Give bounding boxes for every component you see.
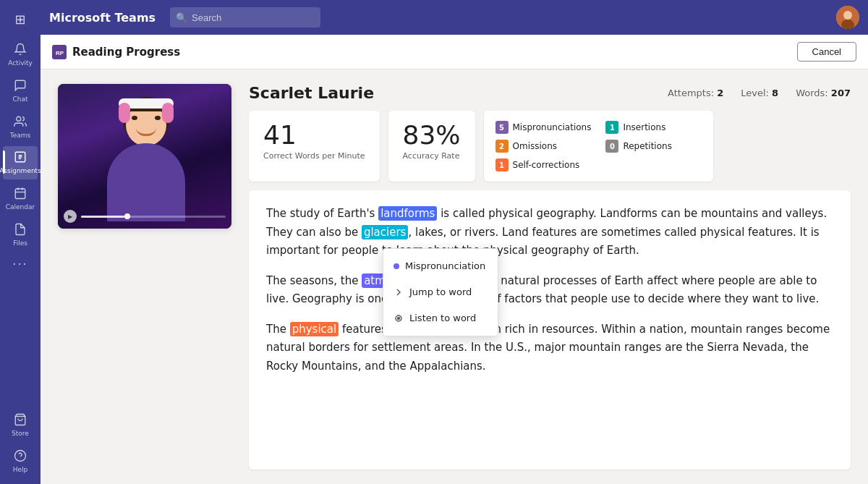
topbar-right (836, 6, 859, 29)
sidebar-item-more[interactable]: ··· (3, 255, 38, 275)
sidebar-label-assignments: Assignments (0, 167, 41, 175)
attempts-stat: Attempts: 2 (668, 88, 723, 98)
badge-repetitions: 0 (605, 140, 618, 153)
sidebar-label-help: Help (13, 466, 28, 474)
accuracy-label: Accuracy Rate (403, 151, 461, 161)
sidebar-label-teams: Teams (10, 132, 30, 140)
context-menu-mispronunciation[interactable]: Mispronunciation (383, 253, 498, 279)
cwpm-label: Correct Words per Minute (263, 151, 365, 161)
error-self-corrections: 1 Self-corrections (495, 158, 592, 171)
video-bg (58, 84, 231, 229)
context-menu: Mispronunciation Jump to word (383, 248, 498, 336)
right-panel: Scarlet Laurie Attempts: 2 Level: 8 Word… (249, 84, 851, 470)
sidebar-item-calendar[interactable]: Calendar (3, 182, 38, 216)
word-landforms[interactable]: landforms (378, 206, 437, 221)
search-wrapper: 🔍 (170, 7, 517, 27)
errors-card: 5 Mispronunciations 1 Insertions 2 Omiss… (484, 111, 714, 182)
video-progress-dot (124, 213, 130, 219)
accuracy-value: 83% (403, 122, 461, 148)
left-panel: ▶ (58, 84, 231, 470)
accuracy-card: 83% Accuracy Rate (388, 111, 475, 182)
avatar[interactable] (836, 6, 859, 29)
sidebar-item-help[interactable]: Help (3, 445, 38, 478)
sidebar-label-chat: Chat (12, 95, 27, 103)
listen-icon (393, 313, 404, 323)
sidebar-item-files[interactable]: Files (3, 218, 38, 252)
sidebar-label-store: Store (12, 430, 29, 438)
content-header: RP Reading Progress Cancel (41, 35, 868, 69)
store-icon (14, 413, 27, 428)
badge-omissions: 2 (495, 140, 509, 153)
svg-point-10 (843, 11, 852, 20)
error-mispronunciations: 5 Mispronunciations (495, 121, 592, 134)
sidebar-item-assignments[interactable]: Assignments (3, 146, 38, 179)
level-stat: Level: 8 (741, 88, 778, 98)
svg-point-15 (398, 318, 400, 320)
main-content: Microsoft Teams 🔍 RP Reading Progress Ca… (41, 0, 868, 484)
sidebar: ⊞ Activity Chat Teams (0, 0, 41, 484)
svg-point-0 (17, 116, 21, 121)
rp-icon: RP (52, 45, 67, 59)
svg-rect-2 (15, 189, 25, 199)
paragraph-3: The physical features of a region are of… (266, 320, 833, 376)
cwpm-card: 41 Correct Words per Minute (249, 111, 380, 182)
svg-point-7 (15, 451, 26, 462)
sidebar-item-store[interactable]: Store (3, 409, 38, 442)
badge-mispronunciations: 5 (495, 121, 509, 134)
app-title: Microsoft Teams (49, 11, 156, 25)
badge-insertions: 1 (605, 121, 618, 134)
chat-icon (14, 79, 27, 94)
context-menu-listen[interactable]: Listen to word (383, 305, 498, 331)
topbar: Microsoft Teams 🔍 (41, 0, 868, 35)
mispronunciation-dot (393, 263, 399, 269)
sidebar-item-activity[interactable]: Activity (3, 38, 38, 72)
teams-icon (14, 115, 27, 130)
error-insertions: 1 Insertions (605, 121, 702, 134)
context-menu-jump[interactable]: Jump to word (383, 279, 498, 305)
help-icon (14, 449, 27, 464)
sidebar-label-calendar: Calendar (6, 203, 35, 211)
cancel-button[interactable]: Cancel (797, 42, 856, 61)
calendar-icon (14, 187, 27, 202)
activity-icon (14, 43, 27, 58)
page-title: Reading Progress (72, 46, 791, 59)
video-controls: ▶ (58, 210, 231, 223)
play-button[interactable]: ▶ (64, 210, 77, 223)
paragraph-1: The study of Earth's landforms is called… (266, 205, 833, 260)
sidebar-item-teams[interactable]: Teams (3, 111, 38, 144)
files-icon (14, 223, 27, 238)
cwpm-value: 41 (263, 122, 365, 148)
word-glaciers[interactable]: glaciers (362, 225, 409, 239)
paragraph-2: The seasons, the atmosphere and all the … (266, 272, 833, 309)
body: ▶ Scarlet Laurie Attempts: 2 Level: (41, 69, 868, 484)
student-header: Scarlet Laurie Attempts: 2 Level: 8 Word… (249, 84, 851, 102)
sidebar-label-files: Files (13, 239, 27, 247)
more-icon: ··· (12, 259, 27, 271)
student-name: Scarlet Laurie (249, 84, 650, 102)
word-physical[interactable]: physical (290, 322, 339, 336)
video-progress-fill (81, 216, 124, 218)
reading-text-panel: The study of Earth's landforms is called… (249, 190, 851, 470)
stats-row: 41 Correct Words per Minute 83% Accuracy… (249, 111, 851, 182)
video-progress-bar[interactable] (81, 216, 226, 218)
sidebar-label-activity: Activity (8, 59, 33, 67)
grid-icon[interactable]: ⊞ (9, 6, 31, 33)
jump-icon (393, 287, 404, 297)
words-stat: Words: 207 (796, 88, 851, 98)
search-input[interactable] (170, 7, 320, 27)
svg-text:RP: RP (56, 50, 64, 56)
video-player[interactable]: ▶ (58, 84, 231, 229)
error-omissions: 2 Omissions (495, 140, 592, 153)
sidebar-item-chat[interactable]: Chat (3, 75, 38, 108)
badge-self-corrections: 1 (495, 158, 509, 171)
error-repetitions: 0 Repetitions (605, 140, 702, 153)
assignments-icon (14, 150, 27, 166)
